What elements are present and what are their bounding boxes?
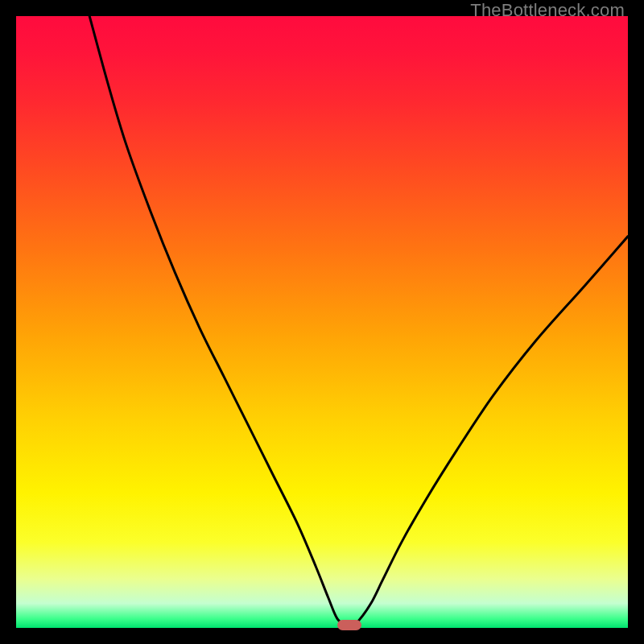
chart-frame: TheBottleneck.com [0,0,644,644]
bottleneck-curve [16,16,628,628]
watermark-text: TheBottleneck.com [470,0,625,21]
plot-area [16,16,628,628]
minimum-marker [337,620,361,630]
